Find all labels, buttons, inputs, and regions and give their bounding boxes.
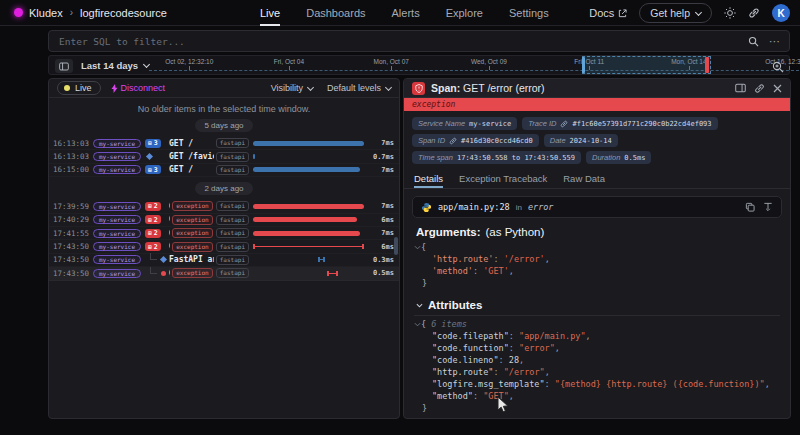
row-middle: GET /errorexceptionfastapi: [169, 242, 249, 252]
service-tag: my-service: [93, 229, 141, 238]
time-range-label: Last 14 days: [81, 60, 138, 71]
code-entry-line: "code.lineno": 28,: [414, 354, 778, 366]
copy-icon[interactable]: [745, 202, 755, 212]
code-value: 28: [509, 354, 519, 366]
default-levels-dropdown[interactable]: Default levels: [327, 83, 391, 93]
row-tags: exceptionfastapi: [172, 201, 249, 211]
error-dot-icon: [161, 271, 166, 276]
link-icon[interactable]: [754, 83, 765, 94]
share-link-button[interactable]: [748, 7, 760, 19]
timestamp: 16:13:03: [53, 139, 93, 148]
child-count-badge[interactable]: ⊞2: [145, 215, 161, 224]
visibility-dropdown[interactable]: Visibility: [271, 83, 313, 93]
meta-value: 2024-10-14: [570, 137, 612, 145]
grid-icon: ⊞: [148, 167, 152, 173]
timeline-tick-label: Oct 02, 12:32:10: [165, 58, 213, 65]
timeline-selection[interactable]: [582, 56, 711, 74]
tab-explore[interactable]: Explore: [446, 0, 483, 26]
meta-label: Duration: [592, 153, 620, 162]
tab-raw-data[interactable]: Raw Data: [563, 170, 605, 188]
marker-cell: ⊞2: [145, 229, 169, 238]
arguments-heading-label: Arguments:: [416, 226, 481, 238]
trace-row[interactable]: 16:15:00my-service⊞3GET /fastapi7ms: [49, 164, 399, 177]
duration-bar: [253, 217, 357, 222]
code-key: 'method': [432, 265, 473, 277]
meta-span-id[interactable]: Span ID#416d30c0ccd46cd0: [412, 134, 539, 147]
trace-row[interactable]: 16:13:03my-service⊞3GET /fastapi7ms: [49, 137, 399, 150]
trace-row[interactable]: 17:43:50my-service⊞2GET /errorexceptionf…: [49, 240, 399, 253]
child-count-badge[interactable]: ⊞3: [145, 165, 161, 174]
duration-label: 0.5ms: [371, 269, 399, 277]
zoom-in-icon: [772, 61, 784, 73]
child-count-badge[interactable]: ⊞2: [145, 229, 161, 238]
docs-link[interactable]: Docs: [589, 7, 627, 19]
child-count-badge[interactable]: ⊞2: [145, 242, 161, 251]
attributes-heading[interactable]: Attributes: [416, 299, 778, 311]
time-group-pill: 5 days ago: [195, 119, 252, 132]
duration-bar: [253, 167, 360, 172]
tab-dashboards[interactable]: Dashboards: [306, 0, 365, 26]
trace-row[interactable]: 17:41:55my-service⊞2GET /errorexceptionf…: [49, 227, 399, 240]
selection-left-handle[interactable]: [582, 57, 585, 73]
visibility-label: Visibility: [271, 83, 303, 93]
grid-icon: ⊞: [148, 140, 152, 146]
meta-trace-id[interactable]: Trace ID#f1c60e57391d771c290c0b22cd4ef09…: [522, 117, 717, 130]
selection-error-marker[interactable]: [705, 57, 709, 73]
tab-live[interactable]: Live: [260, 0, 280, 26]
duration-bar-area: [253, 164, 367, 176]
trace-row[interactable]: 17:39:59my-service⊞2GET /errorexceptionf…: [49, 200, 399, 213]
project-name[interactable]: logfirecodesource: [80, 7, 167, 19]
live-toggle-button[interactable]: Live: [57, 81, 101, 95]
code-comma: ,: [555, 342, 560, 354]
marker-cell: [145, 154, 169, 159]
theme-toggle-button[interactable]: [724, 7, 736, 19]
attributes-divider: [414, 315, 780, 316]
attributes-heading-label: Attributes: [428, 299, 482, 311]
tag-fastapi: fastapi: [216, 242, 249, 252]
org-name[interactable]: Kludex: [29, 7, 63, 19]
meta-label: Time span: [418, 153, 453, 162]
collapse-caret-icon[interactable]: [414, 321, 421, 328]
collapse-caret-icon[interactable]: [414, 244, 421, 251]
tab-exception-traceback[interactable]: Exception Traceback: [459, 170, 547, 188]
trace-row[interactable]: 17:43:50my-serviceFastAPI argumentsfasta…: [49, 254, 399, 267]
child-count-badge[interactable]: ⊞3: [145, 139, 161, 148]
row-middle: GET /favicon.icofastapi: [169, 152, 249, 162]
code-colon: :: [493, 253, 503, 265]
scrollbar-thumb[interactable]: [394, 237, 398, 255]
close-icon[interactable]: [773, 84, 782, 93]
get-help-button[interactable]: Get help: [639, 3, 712, 23]
code-key: "code.function": [432, 342, 509, 354]
search-icon[interactable]: [748, 36, 759, 47]
time-range-selector[interactable]: Last 14 days: [81, 56, 149, 74]
disconnect-button[interactable]: Disconnect: [111, 83, 166, 93]
timeline-plot[interactable]: Oct 02, 12:32:10Fri, Oct 04Mon, Oct 07We…: [149, 56, 800, 74]
sidebar-toggle-button[interactable]: [55, 59, 73, 73]
tab-alerts[interactable]: Alerts: [392, 0, 420, 26]
tab-details[interactable]: Details: [414, 170, 443, 188]
sql-filter-input[interactable]: [57, 35, 748, 48]
timeline-zoom-button[interactable]: [772, 59, 784, 77]
tree-connector-icon: [150, 253, 157, 260]
trace-row[interactable]: 17:40:29my-service⊞2GET /errorexceptionf…: [49, 214, 399, 227]
code-location-card[interactable]: app/main.py:28 in error: [412, 196, 782, 218]
code-comma: ,: [765, 378, 770, 390]
open-source-icon[interactable]: [763, 202, 773, 212]
grid-icon: ⊞: [148, 244, 152, 250]
timestamp: 16:15:00: [53, 165, 93, 174]
meta-label: Trace ID: [528, 119, 556, 128]
trace-row[interactable]: 17:43:50my-serviceGET /error (error)exce…: [49, 267, 399, 280]
user-avatar[interactable]: K: [772, 4, 790, 22]
link-icon: [560, 120, 568, 128]
duration-bar-area: [253, 200, 367, 212]
code-value: "{method} {http.route} ({code.function})…: [555, 378, 765, 390]
child-count-badge[interactable]: ⊞2: [145, 202, 161, 211]
sql-more-button[interactable]: ⋯: [769, 35, 781, 48]
nav-right: Docs Get help K: [589, 0, 790, 26]
code-comma: ,: [545, 253, 550, 265]
timestamp: 17:43:50: [53, 242, 93, 251]
service-tag: my-service: [93, 215, 141, 224]
dock-panel-icon[interactable]: [735, 83, 746, 93]
trace-row[interactable]: 16:13:03my-serviceGET /favicon.icofastap…: [49, 150, 399, 163]
tab-settings[interactable]: Settings: [509, 0, 549, 26]
